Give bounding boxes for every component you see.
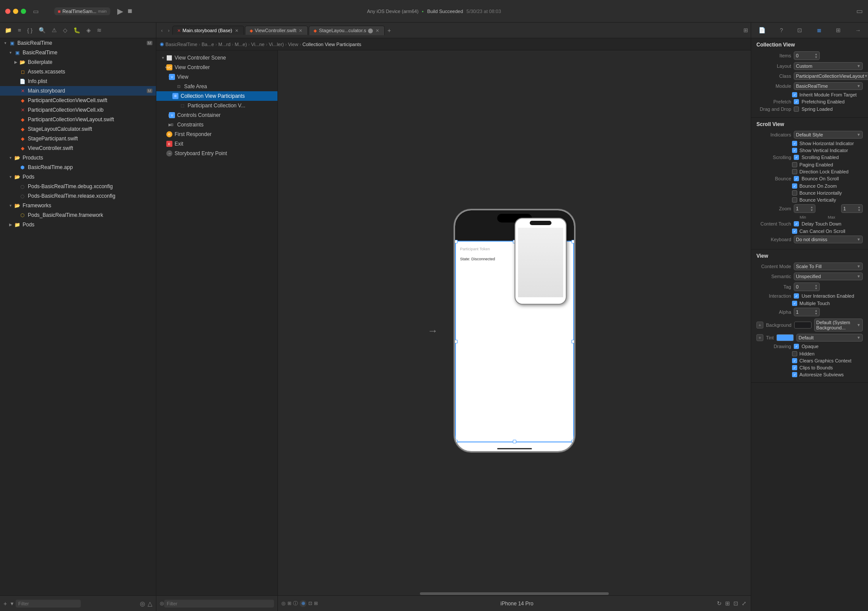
tab-close-button[interactable]: ✕ bbox=[298, 28, 303, 33]
breadcrumb-item[interactable]: View bbox=[288, 42, 298, 47]
paging-checkbox[interactable] bbox=[792, 162, 797, 167]
warning-icon[interactable]: ⚠ bbox=[50, 26, 58, 34]
sidebar-item-main-storyboard[interactable]: ✕ Main.storyboard M bbox=[0, 86, 156, 96]
sidebar-item-stagelayout-swift[interactable]: ◆ StageLayoutCalculator.swift bbox=[0, 124, 156, 134]
hidden-checkbox[interactable] bbox=[792, 351, 797, 356]
scrollbar-thumb[interactable] bbox=[420, 592, 609, 595]
sidebar-item-pods-framework[interactable]: ⬡ Pods_BasicRealTime.framework bbox=[0, 210, 156, 220]
run-button[interactable]: ▶ bbox=[117, 7, 123, 16]
inspector-tab-quick-help[interactable]: ? bbox=[776, 25, 786, 35]
scheme-selector[interactable]: ■ RealTimeSam... main bbox=[54, 7, 110, 15]
outline-item-controls-container[interactable]: ▶ V Controls Container bbox=[156, 110, 277, 120]
show-vertical-checkbox[interactable] bbox=[792, 148, 797, 153]
source-control-icon[interactable]: ≡ bbox=[17, 26, 23, 34]
tint-select[interactable]: Default ▼ bbox=[796, 334, 863, 342]
autoresize-checkbox[interactable] bbox=[792, 372, 797, 377]
tab-close-button[interactable]: ✕ bbox=[375, 28, 380, 33]
sidebar-item-assets[interactable]: ◻ Assets.xcassets bbox=[0, 67, 156, 76]
breadcrumb-item[interactable]: M...e) bbox=[234, 42, 247, 47]
breadcrumb-item[interactable]: Ba...e bbox=[201, 42, 214, 47]
debug-icon[interactable]: 🐛 bbox=[72, 26, 82, 34]
warning-icon[interactable]: △ bbox=[148, 600, 152, 607]
sidebar-item-participant-cell-xib[interactable]: ✕ ParticipantCollectionViewCell.xib bbox=[0, 105, 156, 115]
bounce-horizontal-checkbox[interactable] bbox=[792, 190, 797, 196]
zoom-max-stepper[interactable]: 1 ▲▼ bbox=[841, 204, 863, 213]
tint-expand-button[interactable]: + bbox=[756, 334, 763, 341]
opaque-checkbox[interactable] bbox=[794, 344, 799, 349]
maximize-button[interactable] bbox=[21, 9, 26, 14]
folder-icon[interactable]: 📁 bbox=[3, 26, 13, 34]
spring-loaded-checkbox[interactable] bbox=[794, 106, 799, 112]
sidebar-item-pods-debug[interactable]: ◌ Pods-BasicRealTime.debug.xcconfig bbox=[0, 182, 156, 191]
tab-close-button[interactable]: ✕ bbox=[234, 28, 239, 33]
outline-item-collection-view[interactable]: ▾ ⊞ Collection View Participants bbox=[156, 91, 277, 101]
window-controls[interactable] bbox=[5, 9, 26, 14]
background-color-swatch[interactable] bbox=[794, 322, 812, 329]
fullscreen-icon[interactable]: ⤢ bbox=[741, 599, 747, 608]
breadcrumb-current[interactable]: Collection View Participants bbox=[303, 42, 362, 47]
sidebar-item-basicrealtime-group[interactable]: ▾ ▣ BasicRealTime M bbox=[0, 38, 156, 48]
add-tab-button[interactable]: + bbox=[386, 25, 393, 36]
outline-item-safe-area[interactable]: ⊡ Safe Area bbox=[156, 82, 277, 91]
tab-main-storyboard[interactable]: ✕ Main.storyboard (Base) ✕ bbox=[172, 26, 244, 35]
sidebar-item-viewcontroller-swift[interactable]: ◆ ViewController.swift bbox=[0, 143, 156, 153]
indicators-select[interactable]: Default Style ▼ bbox=[794, 131, 863, 139]
tab-viewcontroller[interactable]: ◆ ViewController.swift ✕ bbox=[245, 26, 308, 35]
show-horizontal-checkbox[interactable] bbox=[792, 141, 797, 146]
outline-item-vc-scene[interactable]: ▾ ⬜ View Controller Scene bbox=[156, 53, 277, 63]
outline-item-view-controller[interactable]: ▾ VC View Controller bbox=[156, 63, 277, 72]
inspector-tab-file[interactable]: 📄 bbox=[755, 25, 769, 35]
inspector-tab-attributes[interactable]: ≣ bbox=[813, 25, 825, 35]
embed-icon[interactable]: ⊞ bbox=[314, 601, 318, 606]
clips-to-bounds-checkbox[interactable] bbox=[792, 365, 797, 370]
breadcrumb-item[interactable]: BasicRealTime bbox=[165, 42, 198, 47]
close-button[interactable] bbox=[5, 9, 10, 14]
background-select[interactable]: Default (System Background... ▼ bbox=[814, 319, 863, 332]
forward-button[interactable]: › bbox=[166, 26, 172, 35]
bounce-scroll-checkbox[interactable] bbox=[794, 176, 799, 181]
sidebar-item-pods-group[interactable]: ▶ 📁 Pods bbox=[0, 220, 156, 229]
alpha-stepper[interactable]: 1 ▲▼ bbox=[794, 308, 820, 316]
outline-item-first-responder[interactable]: R First Responder bbox=[156, 130, 277, 139]
outline-item-participant-cell[interactable]: ⬚ Participant Collection V... bbox=[156, 101, 277, 110]
bounce-vertical-checkbox[interactable] bbox=[792, 197, 797, 203]
clears-graphics-checkbox[interactable] bbox=[792, 358, 797, 363]
items-stepper[interactable]: 0 ▲▼ bbox=[794, 51, 820, 60]
stop-button[interactable]: ■ bbox=[128, 7, 132, 16]
background-expand-button[interactable]: + bbox=[756, 322, 763, 329]
outline-item-constraints[interactable]: ▶ ⊞ Constraints bbox=[156, 120, 277, 130]
canvas-zoom-icon[interactable]: ⊞ bbox=[287, 601, 291, 606]
class-select[interactable]: ParticipantCollectionViewLayout ▼ bbox=[794, 72, 868, 80]
sidebar-item-frameworks[interactable]: ▾ 📂 Frameworks bbox=[0, 201, 156, 210]
sidebar-item-participant-layout-swift[interactable]: ◆ ParticipantCollectionViewLayout.swift bbox=[0, 115, 156, 124]
sidebar-item-participant-cell-swift[interactable]: ◆ ParticipantCollectionViewCell.swift bbox=[0, 96, 156, 105]
sidebar-item-basicrealtime-target[interactable]: ▾ ▣ BasicRealTime bbox=[0, 48, 156, 57]
breadcrumb-item[interactable]: M...rd bbox=[218, 42, 231, 47]
sidebar-right-toggle[interactable]: ▭ bbox=[856, 7, 863, 15]
canvas-scrollbar[interactable] bbox=[278, 592, 751, 595]
tab-stagelayout[interactable]: ◆ StageLayou...culator.s ⬤ ✕ bbox=[309, 26, 385, 35]
sidebar-item-pods-release[interactable]: ◌ Pods-BasicRealTime.release.xcconfig bbox=[0, 191, 156, 201]
prefetching-checkbox[interactable] bbox=[794, 99, 799, 104]
outline-filter-input[interactable] bbox=[164, 600, 274, 608]
inspector-tab-connections[interactable]: → bbox=[851, 25, 864, 35]
multiple-touch-checkbox[interactable] bbox=[792, 301, 797, 306]
outline-item-entry-point[interactable]: → Storyboard Entry Point bbox=[156, 149, 277, 158]
user-interaction-checkbox[interactable] bbox=[794, 293, 799, 299]
outline-item-view[interactable]: ▾ V View bbox=[156, 72, 277, 82]
add-file-button[interactable]: + bbox=[3, 600, 7, 607]
delay-touch-checkbox[interactable] bbox=[794, 221, 799, 226]
source-control-icon[interactable]: ◎ bbox=[140, 600, 145, 607]
rotate-icon[interactable]: ↻ bbox=[716, 599, 723, 608]
split-editor-icon[interactable]: ⊞ bbox=[743, 27, 748, 33]
test-icon[interactable]: ◇ bbox=[62, 26, 69, 34]
zoom-fit-icon[interactable]: ⊞ bbox=[724, 599, 731, 608]
breadcrumb-item[interactable]: Vi...ne bbox=[251, 42, 264, 47]
layout-select[interactable]: Custom ▼ bbox=[794, 62, 863, 70]
sidebar-toggle-icon[interactable]: ▭ bbox=[33, 8, 39, 15]
sidebar-item-basicrealtime-app[interactable]: ⬢ BasicRealTime.app bbox=[0, 163, 156, 172]
semantic-select[interactable]: Unspecified ▼ bbox=[794, 272, 863, 280]
sidebar-item-products[interactable]: ▾ 📂 Products bbox=[0, 153, 156, 163]
inherit-module-checkbox[interactable] bbox=[792, 92, 797, 97]
inspector-tab-size[interactable]: ⊞ bbox=[832, 25, 844, 35]
